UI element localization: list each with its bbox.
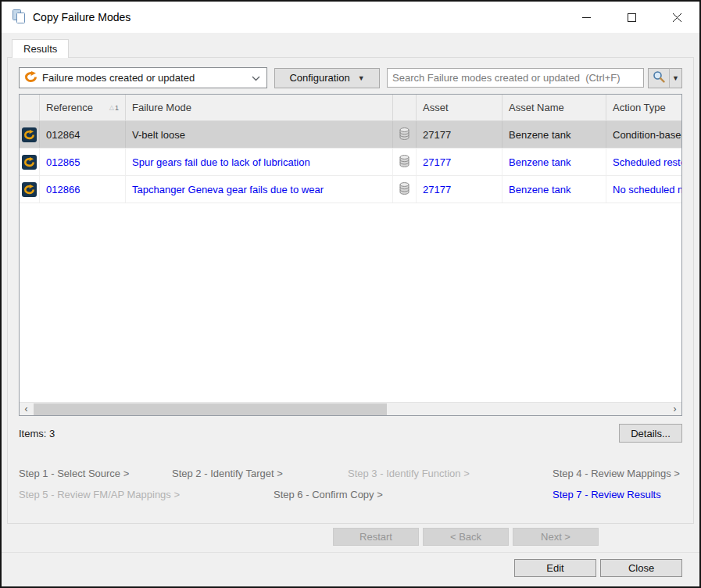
failure-mode-icon bbox=[22, 127, 37, 142]
cell-asset-name[interactable]: Benzene tank bbox=[503, 121, 606, 148]
back-button[interactable]: < Back bbox=[423, 528, 509, 546]
sort-ascending-icon: △1 bbox=[109, 104, 119, 112]
footer-buttons-row: Edit Close bbox=[2, 559, 699, 577]
edit-button[interactable]: Edit bbox=[514, 559, 596, 577]
step-5-review-fm-ap-mappings: Step 5 - Review FM/AP Mappings > bbox=[19, 489, 180, 500]
status-row: Items: 3 Details... bbox=[19, 424, 682, 443]
scroll-right-arrow-icon[interactable]: › bbox=[668, 403, 681, 416]
step-1-select-source[interactable]: Step 1 - Select Source > bbox=[19, 468, 129, 479]
cell-action-type[interactable]: No scheduled m bbox=[606, 176, 681, 203]
cell-action-type[interactable]: Condition-based bbox=[606, 121, 681, 148]
restart-button[interactable]: Restart bbox=[333, 528, 419, 546]
title-bar: Copy Failure Modes bbox=[2, 2, 699, 33]
cell-asset[interactable]: 27177 bbox=[417, 149, 503, 175]
step-3-identify-function: Step 3 - Identify Function > bbox=[348, 468, 470, 479]
failure-mode-icon bbox=[22, 155, 37, 170]
wizard-buttons-row: Restart < Back Next > bbox=[2, 528, 699, 546]
step-7-review-results[interactable]: Step 7 - Review Results bbox=[553, 489, 661, 500]
row-asset-icon-cell bbox=[393, 121, 417, 148]
column-header-asset-name[interactable]: Asset Name bbox=[503, 95, 606, 120]
cell-reference[interactable]: 012866 bbox=[40, 176, 126, 203]
results-table: Reference △1 Failure Mode Asset Asset Na… bbox=[19, 94, 682, 416]
filter-row: Failure modes created or updated Configu… bbox=[19, 67, 682, 88]
cell-reference[interactable]: 012865 bbox=[40, 149, 126, 175]
details-button[interactable]: Details... bbox=[619, 424, 682, 443]
table-row[interactable]: 012866 Tapchanger Geneva gear fails due … bbox=[20, 176, 681, 203]
tab-results[interactable]: Results bbox=[12, 39, 69, 58]
copy-pages-icon bbox=[11, 9, 27, 27]
close-button[interactable] bbox=[654, 2, 699, 33]
search-options-dropdown[interactable]: ▼ bbox=[669, 68, 682, 88]
column-header-label: Failure Mode bbox=[132, 102, 191, 113]
database-icon bbox=[399, 127, 410, 142]
items-count: Items: 3 bbox=[19, 428, 55, 439]
column-header-asset-icon[interactable] bbox=[393, 95, 417, 120]
cell-failure-mode[interactable]: Spur gears fail due to lack of lubricati… bbox=[126, 149, 393, 175]
database-icon bbox=[399, 182, 410, 197]
cell-failure-mode[interactable]: Tapchanger Geneva gear fails due to wear bbox=[126, 176, 393, 203]
caret-down-icon: ▼ bbox=[358, 74, 365, 82]
step-4-review-mappings[interactable]: Step 4 - Review Mappings > bbox=[553, 468, 680, 479]
copy-failure-modes-dialog: Copy Failure Modes Results bbox=[0, 0, 701, 588]
minimize-button[interactable] bbox=[563, 2, 609, 33]
view-select[interactable]: Failure modes created or updated bbox=[19, 67, 267, 88]
caret-down-icon: ▼ bbox=[672, 74, 679, 82]
cell-action-type[interactable]: Scheduled resto bbox=[606, 149, 681, 175]
configuration-button[interactable]: Configuration ▼ bbox=[274, 68, 380, 88]
scroll-left-arrow-icon[interactable]: ‹ bbox=[20, 403, 33, 416]
configuration-button-label: Configuration bbox=[289, 72, 349, 84]
failure-mode-icon bbox=[22, 182, 37, 197]
table-body: 012864 V-belt loose 27177 Benzene tank C… bbox=[20, 121, 681, 203]
table-header-row: Reference △1 Failure Mode Asset Asset Na… bbox=[20, 95, 681, 121]
step-2-identify-target[interactable]: Step 2 - Identify Target > bbox=[172, 468, 283, 479]
column-header-label: Reference bbox=[46, 102, 93, 113]
column-header-label: Asset bbox=[423, 102, 449, 113]
column-header-asset[interactable]: Asset bbox=[417, 95, 503, 120]
column-header-label: Asset Name bbox=[509, 102, 564, 113]
row-failure-mode-icon-cell bbox=[20, 176, 40, 203]
cell-asset-name[interactable]: Benzene tank bbox=[503, 149, 606, 175]
window-title: Copy Failure Modes bbox=[33, 11, 131, 23]
failure-mode-icon bbox=[24, 71, 38, 85]
search-input[interactable] bbox=[387, 68, 644, 88]
cell-failure-mode[interactable]: V-belt loose bbox=[126, 121, 393, 148]
close-dialog-button[interactable]: Close bbox=[600, 559, 682, 577]
view-select-value: Failure modes created or updated bbox=[42, 72, 247, 84]
chevron-down-icon bbox=[252, 72, 260, 84]
cell-reference[interactable]: 012864 bbox=[40, 121, 126, 148]
magnifier-icon bbox=[653, 70, 665, 85]
search-button[interactable] bbox=[648, 68, 670, 88]
column-header-reference[interactable]: Reference △1 bbox=[40, 95, 126, 120]
row-asset-icon-cell bbox=[393, 149, 417, 175]
table-empty-area bbox=[20, 203, 681, 402]
footer-divider bbox=[2, 552, 699, 553]
maximize-button[interactable] bbox=[609, 2, 654, 33]
step-6-confirm-copy[interactable]: Step 6 - Confirm Copy > bbox=[274, 489, 383, 500]
column-header-label: Action Type bbox=[613, 102, 666, 113]
window-controls bbox=[563, 2, 699, 33]
scrollbar-thumb[interactable] bbox=[34, 403, 387, 415]
row-failure-mode-icon-cell bbox=[20, 121, 40, 148]
row-asset-icon-cell bbox=[393, 176, 417, 203]
cell-asset[interactable]: 27177 bbox=[417, 121, 503, 148]
column-header-action-type[interactable]: Action Type bbox=[606, 95, 681, 120]
results-tab-panel: Failure modes created or updated Configu… bbox=[7, 57, 694, 524]
wizard-steps: Step 1 - Select Source > Step 2 - Identi… bbox=[19, 466, 682, 507]
column-header-failure-mode[interactable]: Failure Mode bbox=[126, 95, 393, 120]
next-button[interactable]: Next > bbox=[513, 528, 599, 546]
horizontal-scrollbar[interactable]: ‹ › bbox=[20, 402, 681, 415]
table-row[interactable]: 012864 V-belt loose 27177 Benzene tank C… bbox=[20, 121, 681, 149]
table-row[interactable]: 012865 Spur gears fail due to lack of lu… bbox=[20, 149, 681, 176]
column-header-row-icon[interactable] bbox=[20, 95, 40, 120]
search-split-button: ▼ bbox=[648, 68, 682, 88]
database-icon bbox=[399, 155, 410, 170]
tab-strip: Results bbox=[12, 39, 699, 58]
cell-asset-name[interactable]: Benzene tank bbox=[503, 176, 606, 203]
row-failure-mode-icon-cell bbox=[20, 149, 40, 175]
cell-asset[interactable]: 27177 bbox=[417, 176, 503, 203]
